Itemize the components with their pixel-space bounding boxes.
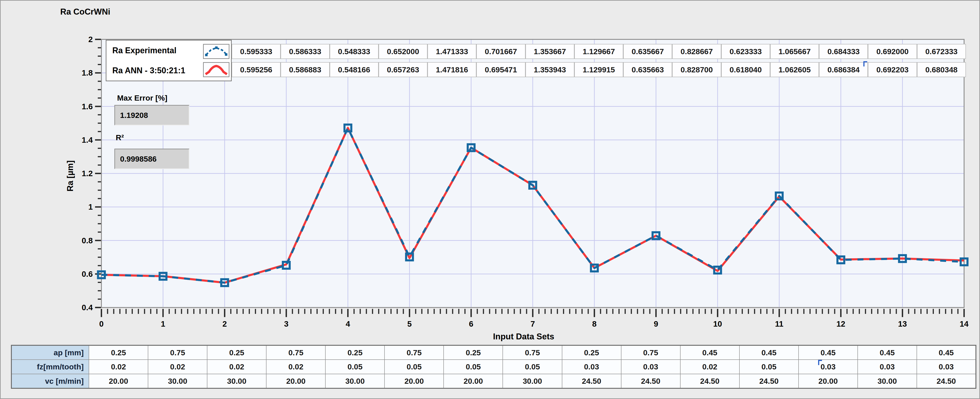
row-header: vc [m/min] — [11, 374, 89, 388]
table-cell[interactable]: 0.02 — [89, 360, 148, 374]
table-cell[interactable]: 0.02 — [266, 360, 325, 374]
legend-value-cell: 0.684333 — [819, 44, 868, 59]
table-cell[interactable]: 24.50 — [621, 374, 680, 388]
table-cell[interactable]: 24.50 — [740, 374, 799, 388]
legend-value-cell: 0.828700 — [672, 62, 721, 77]
r2-label: R² — [116, 133, 124, 142]
x-tick-label: 11 — [775, 319, 784, 328]
x-tick-label: 6 — [469, 319, 473, 328]
y-axis-title: Ra [µm] — [65, 160, 75, 192]
table-cell[interactable]: 24.50 — [917, 374, 976, 388]
legend-value-cell: 0.586333 — [281, 44, 329, 59]
x-tick-label: 0 — [99, 319, 103, 328]
table-cell[interactable]: 0.05 — [385, 360, 444, 374]
legend-value-cell: 0.595256 — [232, 62, 281, 77]
y-tick-label: 1.2 — [82, 169, 93, 178]
legend-value-cell: 0.595333 — [232, 44, 281, 59]
table-cell[interactable]: 20.00 — [385, 374, 444, 388]
cursor-artifact — [818, 360, 822, 365]
legend-value-cell: 0.548166 — [330, 62, 379, 77]
table-cell[interactable]: 0.02 — [680, 360, 740, 374]
y-tick-label: 0.6 — [82, 270, 93, 278]
legend-value-cell: 0.657263 — [379, 62, 428, 77]
table-cell[interactable]: 0.05 — [444, 360, 503, 374]
table-cell[interactable]: 30.00 — [325, 374, 385, 388]
table-cell[interactable]: 20.00 — [799, 374, 858, 388]
max-error-indicator[interactable]: 1.19208 — [115, 105, 189, 125]
page-title: Ra CoCrWNi — [60, 7, 110, 17]
table-cell[interactable]: 0.25 — [89, 345, 148, 360]
y-tick-label: 0.4 — [82, 303, 93, 312]
table-cell[interactable]: 0.25 — [325, 345, 385, 360]
table-cell[interactable]: 0.25 — [207, 345, 266, 360]
table-cell[interactable]: 0.45 — [799, 345, 858, 360]
table-cell[interactable]: 0.45 — [917, 345, 976, 360]
x-tick-label: 9 — [654, 319, 658, 328]
legend-value-cell: 0.635667 — [623, 44, 672, 59]
y-tick-label: 1 — [88, 202, 93, 211]
input-parameters-table[interactable]: ap [mm]0.250.750.250.750.250.750.250.750… — [11, 345, 976, 389]
table-cell[interactable]: 0.03 — [562, 360, 621, 374]
r2-indicator[interactable]: 0.9998586 — [115, 148, 189, 169]
table-cell[interactable]: 24.50 — [562, 374, 621, 388]
row-header: ap [mm] — [11, 345, 89, 360]
legend-value-cell: 1.471333 — [428, 44, 476, 59]
x-tick-label: 8 — [592, 319, 597, 328]
max-error-value: 1.19208 — [120, 111, 148, 120]
table-cell[interactable]: 0.45 — [858, 345, 917, 360]
table-row: fz[mm/tooth]0.020.020.020.020.050.050.05… — [11, 360, 976, 374]
table-cell[interactable]: 0.75 — [503, 345, 562, 360]
ann-line-icon[interactable] — [203, 62, 229, 77]
table-cell[interactable]: 0.02 — [148, 360, 207, 374]
table-cell[interactable]: 20.00 — [89, 374, 148, 388]
table-cell[interactable]: 30.00 — [148, 374, 207, 388]
cursor-artifact — [863, 61, 867, 67]
legend-value-cell: 0.686384 — [819, 62, 868, 77]
table-cell[interactable]: 0.05 — [503, 360, 562, 374]
table-cell[interactable]: 0.03 — [858, 360, 917, 374]
x-tick-label: 1 — [161, 319, 165, 328]
table-cell[interactable]: 0.05 — [325, 360, 385, 374]
legend-value-cell: 1.471816 — [428, 62, 476, 77]
legend-value-cell: 0.692000 — [868, 44, 917, 59]
legend-value-cell: 1.065667 — [770, 44, 819, 59]
x-tick-label: 2 — [223, 319, 227, 328]
x-tick-label: 7 — [530, 319, 535, 328]
y-tick-label: 1.6 — [82, 102, 93, 111]
waveform-graph-panel: 21.81.61.41.210.80.60.401234567891011121… — [0, 0, 980, 399]
legend-value-cell: 0.618040 — [721, 62, 770, 77]
x-axis-title: Input Data Sets — [493, 332, 554, 341]
table-cell[interactable]: 0.75 — [148, 345, 207, 360]
table-cell[interactable]: 0.03 — [917, 360, 976, 374]
table-cell[interactable]: 0.75 — [385, 345, 444, 360]
table-cell[interactable]: 30.00 — [207, 374, 266, 388]
legend-value-cell: 0.680348 — [917, 62, 966, 77]
table-cell[interactable]: 0.25 — [562, 345, 621, 360]
table-cell[interactable]: 0.03 — [621, 360, 680, 374]
x-tick-label: 13 — [898, 319, 907, 328]
x-tick-label: 12 — [837, 319, 845, 328]
table-cell[interactable]: 20.00 — [266, 374, 325, 388]
table-cell[interactable]: 0.02 — [207, 360, 266, 374]
legend-value-cell: 0.672333 — [917, 44, 966, 59]
y-tick-label: 1.4 — [82, 136, 93, 144]
table-cell[interactable]: 0.45 — [740, 345, 799, 360]
table-cell[interactable]: 0.03 — [799, 360, 858, 374]
table-cell[interactable]: 20.00 — [444, 374, 503, 388]
table-cell[interactable]: 0.05 — [740, 360, 799, 374]
legend-value-cell: 0.586883 — [281, 62, 329, 77]
legend-value-cell: 0.635663 — [623, 62, 672, 77]
legend-value-cell: 0.623333 — [721, 44, 770, 59]
table-cell[interactable]: 0.25 — [444, 345, 503, 360]
legend-value-cell: 0.695471 — [476, 62, 525, 77]
table-cell[interactable]: 0.45 — [680, 345, 740, 360]
table-cell[interactable]: 30.00 — [858, 374, 917, 388]
legend-values-experimental: 0.5953330.5863330.5483330.6520001.471333… — [232, 44, 966, 59]
x-tick-label: 3 — [284, 319, 288, 328]
x-tick-label: 10 — [713, 319, 722, 328]
table-cell[interactable]: 0.75 — [621, 345, 680, 360]
table-cell[interactable]: 24.50 — [680, 374, 740, 388]
table-cell[interactable]: 30.00 — [503, 374, 562, 388]
experimental-line-icon[interactable] — [203, 44, 229, 59]
table-cell[interactable]: 0.75 — [266, 345, 325, 360]
